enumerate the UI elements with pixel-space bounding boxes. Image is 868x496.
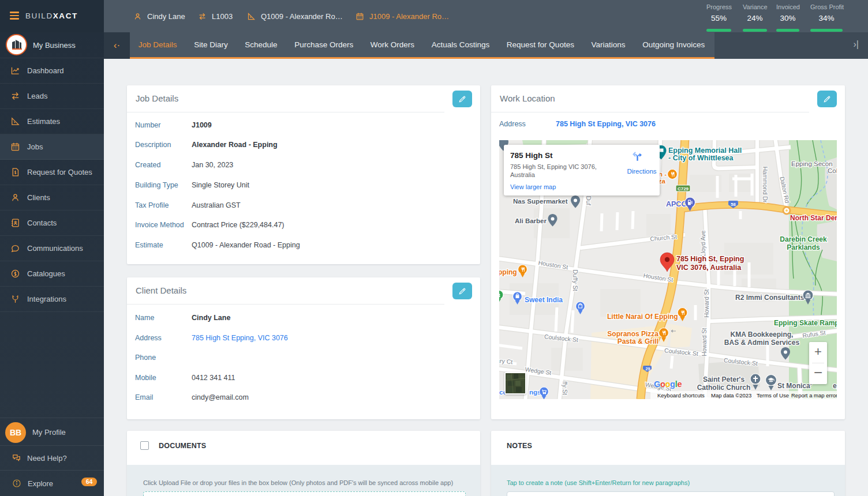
svg-text:Ali Barber: Ali Barber: [515, 217, 547, 224]
svg-text:Lloyd Ave: Lloyd Ave: [699, 230, 706, 257]
svg-text:Sweet India: Sweet India: [525, 296, 563, 304]
svg-text:Pasta & Grill: Pasta & Grill: [618, 337, 659, 345]
svg-text:North Star Den: North Star Den: [790, 214, 837, 222]
svg-text:58: 58: [731, 202, 735, 207]
svg-text:ary Ct: ary Ct: [499, 357, 513, 365]
svg-text:ffy St: ffy St: [562, 381, 568, 395]
svg-text:Howard St: Howard St: [701, 328, 708, 356]
svg-text:APCO: APCO: [666, 200, 687, 208]
svg-text:R2 Immi Consultants: R2 Immi Consultants: [735, 294, 805, 302]
svg-text:Little Narai Of Epping: Little Narai Of Epping: [607, 313, 678, 321]
svg-text:29: 29: [646, 367, 650, 371]
svg-text:Epping Skate Ramp: Epping Skate Ramp: [774, 319, 837, 327]
svg-text:Parklands: Parklands: [787, 243, 820, 251]
svg-text:Duf: Duf: [585, 196, 592, 205]
svg-text:VIC 3076, Australia: VIC 3076, Australia: [676, 264, 742, 272]
svg-text:eg: eg: [833, 382, 837, 390]
svg-text:Sopranos Pizza: Sopranos Pizza: [607, 330, 659, 338]
svg-text:Hammond Dr: Hammond Dr: [762, 167, 769, 203]
svg-text:n -: n -: [659, 171, 667, 178]
svg-text:Saint Peter's: Saint Peter's: [703, 375, 745, 384]
svg-text:pping: pping: [499, 268, 517, 276]
svg-text:Coll: Coll: [828, 167, 837, 174]
svg-text:Nas Supermarket: Nas Supermarket: [513, 198, 568, 205]
svg-text:BAS & Admin Services: BAS & Admin Services: [724, 339, 800, 347]
svg-text:- City of Whittlesea: - City of Whittlesea: [668, 154, 734, 162]
svg-text:785 High St, Epping: 785 High St, Epping: [676, 255, 744, 263]
svg-text:Darebin Creek: Darebin Creek: [780, 235, 827, 243]
svg-text:Howard St: Howard St: [703, 289, 710, 317]
svg-text:Duffy St: Duffy St: [572, 269, 579, 291]
svg-text:C729: C729: [678, 186, 689, 191]
svg-text:KMA Bookkeeping,: KMA Bookkeeping,: [731, 330, 794, 339]
svg-text:Epping Memorial Hall: Epping Memorial Hall: [668, 146, 742, 155]
svg-text:Catholic Church: Catholic Church: [697, 384, 751, 392]
svg-text:St Monica': St Monica': [777, 382, 812, 390]
svg-text:Epping Secon: Epping Secon: [791, 160, 833, 167]
